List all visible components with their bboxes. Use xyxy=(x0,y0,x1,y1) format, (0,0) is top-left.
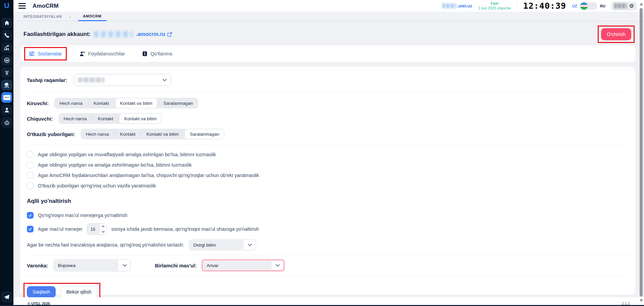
checkbox-no-deal-if-success[interactable] xyxy=(27,151,34,158)
segment-option[interactable]: Hech narsa xyxy=(54,98,88,108)
breadcrumb-integrations[interactable]: INTEGRATSIYALAR xyxy=(23,14,62,18)
route-direction-value: Oxirgi bitim xyxy=(190,240,244,250)
amocrm-icon xyxy=(3,95,10,100)
checkbox-route-timeout[interactable] xyxy=(27,226,34,232)
users-icon xyxy=(80,51,85,56)
sidebar-item-antenna[interactable] xyxy=(1,67,12,78)
segment-option[interactable]: Hech narsa xyxy=(58,113,92,124)
missed-label: O'tkazib yuborilgan: xyxy=(27,131,75,137)
profile-settings-button[interactable]: ⚙ xyxy=(611,2,637,10)
scroll-down-icon[interactable] xyxy=(640,299,643,302)
tab-guide[interactable]: Qo'llanma xyxy=(142,51,172,56)
page-title: AmoCRM xyxy=(33,3,59,9)
chevron-down-icon xyxy=(119,260,130,271)
external-numbers-label: Tashqi raqamlar: xyxy=(27,77,67,83)
segment-option[interactable]: Kontakt xyxy=(93,113,119,124)
cloud-network-icon xyxy=(4,82,10,88)
status-label: Faol xyxy=(478,1,511,6)
bot-icon xyxy=(4,120,10,125)
lang-ru-label[interactable]: RU xyxy=(600,4,605,8)
sidebar-item-home[interactable] xyxy=(1,17,12,28)
breadcrumb-amocrm[interactable]: AMOCRM xyxy=(78,12,106,21)
chevron-down-icon xyxy=(272,260,284,270)
uzbekistan-flag-icon xyxy=(580,2,588,10)
sidebar-item-analytics[interactable] xyxy=(1,42,12,53)
timeout-text-suffix: soniya ichida javob bermasa, qo'ng'iroqn… xyxy=(111,226,259,232)
funnel-label: Varonka: xyxy=(27,263,48,268)
tab-users[interactable]: Foydalanuvchilar xyxy=(80,51,125,56)
lang-uz-label[interactable]: UZ xyxy=(572,4,577,8)
timeout-text-prefix: Agar mas'ul menejer xyxy=(38,226,83,232)
incoming-segmented-control: Hech narsa Kontakt Kontakt va bitim Sara… xyxy=(54,98,198,108)
segment-divider xyxy=(184,131,184,137)
checkbox-no-deal-if-failed[interactable] xyxy=(27,162,34,168)
sidebar-item-amocrm[interactable] xyxy=(1,92,12,103)
scrollbar[interactable] xyxy=(639,1,643,304)
main-area: AmoCRM .utel.uz Faol 1 iyul 2025 yilgach… xyxy=(13,0,644,306)
stepper-down-icon[interactable] xyxy=(100,229,107,234)
account-label: Faollashtirilgan akkaunt: xyxy=(23,31,91,38)
clock-time: 12:40:39 xyxy=(523,2,566,10)
language-switcher: UZ RU xyxy=(572,2,605,10)
redacted-number xyxy=(78,78,104,82)
sidebar-item-bot[interactable] xyxy=(1,117,12,128)
segment-option[interactable]: Saralanmagan xyxy=(158,98,198,108)
gear-icon: ⚙ xyxy=(629,3,634,9)
tabs-bar: Sozlamalar Foydalanuvchilar Qo'llanma xyxy=(20,45,635,62)
chevron-down-icon xyxy=(162,79,167,81)
tab-settings[interactable]: Sozlamalar xyxy=(29,51,62,56)
chevron-right-icon: › xyxy=(69,14,71,19)
sidebar-item-telegram[interactable] xyxy=(1,291,12,303)
sidebar-item-integrations[interactable] xyxy=(1,80,12,90)
redacted-username xyxy=(614,3,627,8)
breadcrumb: INTEGRATSIYALAR › AMOCRM xyxy=(13,12,644,21)
segment-option-selected[interactable]: Saralanmagan xyxy=(185,129,224,139)
language-toggle[interactable] xyxy=(580,2,597,10)
utel-account-link[interactable]: .utel.uz xyxy=(442,3,472,8)
stepper-up-icon[interactable] xyxy=(100,224,107,229)
delete-integration-button[interactable]: O'chirish xyxy=(601,28,631,40)
segment-option-selected[interactable]: Kontakt va bitim xyxy=(115,98,157,108)
scroll-up-icon[interactable] xyxy=(640,3,643,5)
segment-option[interactable]: Kontakt xyxy=(115,129,141,139)
cancel-button[interactable]: Bekor qilish xyxy=(60,286,97,297)
account-domain-link[interactable]: .amocrm.ru xyxy=(136,31,172,37)
segment-option[interactable]: Hech narsa xyxy=(81,129,114,139)
divider xyxy=(27,145,629,145)
save-button[interactable]: Saqlash xyxy=(27,286,56,297)
segment-option[interactable]: Kontakt xyxy=(88,98,114,108)
scrollbar-thumb[interactable] xyxy=(640,8,643,297)
redacted-account-name xyxy=(94,31,133,37)
screen: U xyxy=(0,0,644,306)
telegram-icon xyxy=(4,294,10,300)
checkbox-no-task-for-missed[interactable] xyxy=(27,182,34,189)
divider xyxy=(27,92,629,92)
checkbox-route-to-manager[interactable] xyxy=(27,212,34,219)
menu-icon[interactable] xyxy=(18,3,26,9)
book-info-icon xyxy=(142,51,147,56)
sidebar: U xyxy=(0,0,13,306)
redacted-subdomain xyxy=(442,3,456,8)
chevron-down-icon xyxy=(244,240,256,250)
route-direction-select[interactable]: Oxirgi bitim xyxy=(189,239,256,250)
user-icon xyxy=(4,107,10,113)
timeout-input[interactable] xyxy=(87,224,99,234)
sidebar-item-users[interactable] xyxy=(1,104,12,115)
robot-icon xyxy=(4,57,10,63)
sidebar-item-calls[interactable] xyxy=(1,30,12,41)
checkbox-label: Qo'ng'iroqni mas'ul menejerga yo'naltiri… xyxy=(38,213,128,218)
checkbox-label: Agar AmoCRM foydalanuvchilari aniqlanmag… xyxy=(38,173,259,178)
settings-form: Tashqi raqamlar: Kiruvchi: Hech narsa xyxy=(20,67,635,295)
outgoing-segmented-control: Hech narsa Kontakt Kontakt va bitim xyxy=(58,113,162,124)
external-numbers-select[interactable] xyxy=(74,74,171,86)
checkbox-label: Agar oldingisi yopilgan va muvaffaqiyatl… xyxy=(38,152,216,157)
account-row: Faollashtirilgan akkaunt: .amocrm.ru O'c… xyxy=(20,21,635,45)
sidebar-item-robot[interactable] xyxy=(1,55,12,65)
segment-option-selected[interactable]: Kontakt va bitim xyxy=(119,114,161,123)
checkbox-no-object-if-unknown-user[interactable] xyxy=(27,172,34,179)
antenna-icon xyxy=(4,70,10,76)
outgoing-label: Chiquvchi: xyxy=(27,116,53,122)
responsible-select[interactable]: Anvar xyxy=(202,260,284,271)
segment-option[interactable]: Kontakt va bitim xyxy=(141,129,184,139)
funnel-select[interactable]: Воронка xyxy=(53,259,131,271)
